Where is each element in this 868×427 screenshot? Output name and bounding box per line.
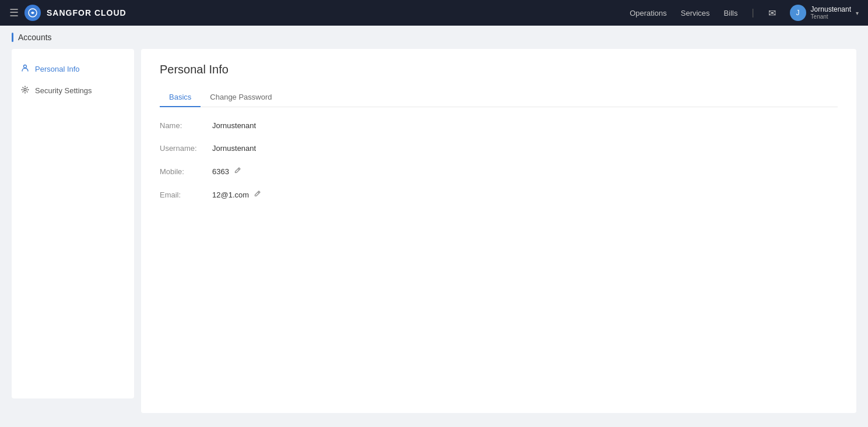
field-username: Username: Jornustenant — [160, 144, 838, 153]
topnav-left: ☰ SANGFOR CLOUD — [9, 5, 126, 21]
gear-icon — [21, 86, 29, 96]
logo-icon — [24, 5, 41, 21]
edit-email-icon[interactable] — [254, 190, 261, 199]
value-name: Jornustenant — [212, 121, 256, 130]
brand-name: SANGFOR CLOUD — [47, 8, 126, 17]
user-text: Jornustenant Tenant — [811, 5, 851, 20]
chevron-down-icon: ▾ — [856, 10, 859, 16]
value-email: 12@1.com — [212, 190, 249, 199]
main-content: Personal Info Basics Change Password Nam… — [141, 49, 856, 413]
page-title: Personal Info — [160, 63, 838, 76]
value-username: Jornustenant — [212, 144, 256, 153]
breadcrumb-text: Accounts — [18, 33, 52, 42]
page-layout: Personal Info Security Settings Personal… — [0, 49, 868, 425]
nav-operations[interactable]: Operations — [630, 9, 667, 17]
sidebar: Personal Info Security Settings — [12, 49, 134, 398]
sidebar-item-personal-info[interactable]: Personal Info — [12, 58, 134, 80]
field-name: Name: Jornustenant — [160, 121, 838, 130]
field-mobile: Mobile: 6363 — [160, 167, 838, 176]
sidebar-item-label: Personal Info — [35, 65, 80, 73]
person-icon — [21, 64, 29, 74]
topnav-right: Operations Services Bills | ✉ J Jornuste… — [630, 5, 859, 21]
nav-bills[interactable]: Bills — [724, 9, 738, 17]
topnav: ☰ SANGFOR CLOUD Operations Services Bill… — [0, 0, 868, 26]
label-mobile: Mobile: — [160, 167, 212, 176]
avatar: J — [790, 5, 806, 21]
user-role: Tenant — [811, 13, 851, 20]
label-name: Name: — [160, 121, 212, 130]
sidebar-item-label: Security Settings — [35, 86, 92, 95]
hamburger-icon[interactable]: ☰ — [9, 6, 19, 19]
fields-container: Name: Jornustenant Username: Jornustenan… — [160, 121, 838, 199]
user-menu[interactable]: J Jornustenant Tenant ▾ — [790, 5, 859, 21]
mail-icon[interactable]: ✉ — [768, 8, 776, 19]
sidebar-item-security-settings[interactable]: Security Settings — [12, 80, 134, 101]
field-email: Email: 12@1.com — [160, 190, 838, 199]
breadcrumb-accent — [12, 33, 13, 42]
tabs: Basics Change Password — [160, 88, 838, 107]
edit-mobile-icon[interactable] — [234, 167, 241, 176]
label-email: Email: — [160, 190, 212, 199]
tab-change-password[interactable]: Change Password — [201, 88, 281, 107]
breadcrumb: Accounts — [0, 26, 868, 49]
nav-services[interactable]: Services — [681, 9, 710, 17]
svg-point-1 — [24, 65, 27, 68]
svg-point-2 — [24, 89, 26, 91]
tab-basics[interactable]: Basics — [160, 88, 201, 107]
value-mobile: 6363 — [212, 167, 229, 176]
nav-divider: | — [751, 8, 754, 18]
label-username: Username: — [160, 144, 212, 153]
user-name: Jornustenant — [811, 5, 851, 13]
